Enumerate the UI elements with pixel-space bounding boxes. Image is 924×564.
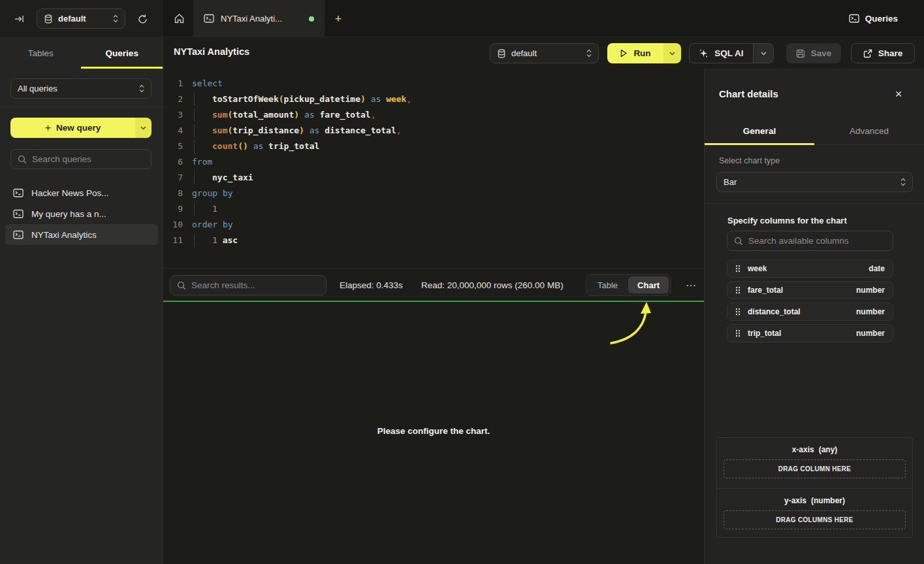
sql-ai-dropdown-button[interactable]	[753, 44, 773, 63]
line-code: order by	[192, 217, 233, 233]
editor-line[interactable]: 6 from	[163, 154, 704, 170]
chevron-updown-icon	[139, 84, 144, 93]
database-selector[interactable]: default	[37, 8, 125, 29]
play-icon	[620, 49, 628, 58]
tab-general[interactable]: General	[705, 118, 814, 144]
results-bar: Elapsed: 0.433s Read: 20,000,000 rows (2…	[163, 268, 704, 301]
chevron-updown-icon	[900, 178, 906, 186]
sql-ai-button[interactable]: SQL AI	[689, 43, 774, 63]
line-code: group by	[192, 186, 233, 201]
line-number: 3	[163, 107, 183, 123]
editor-line[interactable]: 11 1 asc	[163, 233, 704, 248]
tab-queries[interactable]: Queries	[82, 37, 163, 69]
editor-line[interactable]: 4 sum(trip_distance) as distance_total,	[163, 123, 704, 139]
search-queries-input[interactable]	[32, 154, 144, 164]
run-dropdown-button[interactable]	[663, 43, 681, 63]
collapse-sidebar-icon[interactable]	[13, 13, 25, 25]
sidebar: Tables Queries All queries + New query H…	[0, 37, 163, 564]
column-row[interactable]: distance_totalnumber	[727, 303, 893, 321]
y-axis-constraint: (number)	[811, 496, 845, 505]
chart-type-label: Select chart type	[719, 156, 780, 165]
x-axis-drop-zone[interactable]: DRAG COLUMN HERE	[724, 459, 906, 478]
share-label: Share	[878, 48, 903, 58]
run-button-main[interactable]: Run	[607, 43, 663, 63]
line-code: sum(trip_distance) as distance_total,	[192, 123, 402, 139]
home-tab-button[interactable]	[165, 0, 193, 37]
top-bar: default NYTaxi Analyti... + Queries	[0, 0, 924, 37]
sql-ai-main[interactable]: SQL AI	[690, 44, 753, 63]
y-axis-title: y-axis(number)	[717, 496, 912, 505]
line-code: 1	[192, 201, 217, 217]
results-more-menu[interactable]: ···	[684, 278, 699, 292]
column-row[interactable]: weekdate	[727, 259, 893, 278]
query-title: NYTaxi Analytics	[174, 46, 249, 57]
tab-advanced[interactable]: Advanced	[814, 118, 924, 144]
editor-line[interactable]: 2 toStartOfWeek(pickup_datetime) as week…	[163, 91, 704, 107]
editor-line[interactable]: 7 nyc_taxi	[163, 170, 704, 186]
view-toggle-chart[interactable]: Chart	[628, 276, 669, 293]
close-icon[interactable]: ×	[891, 87, 906, 101]
saved-query-item[interactable]: Hacker News Pos...	[5, 182, 158, 203]
new-tab-button[interactable]: +	[330, 10, 347, 27]
new-query-button[interactable]: + New query	[10, 118, 151, 138]
queries-shortcut-label: Queries	[865, 14, 898, 24]
chart-placeholder-text: Please configure the chart.	[163, 426, 704, 436]
line-number: 5	[163, 139, 183, 154]
search-columns-input[interactable]	[748, 236, 886, 246]
queries-terminal-icon	[849, 14, 859, 24]
saved-query-item[interactable]: NYTaxi Analytics	[5, 224, 158, 245]
editor-line[interactable]: 3 sum(total_amount) as fare_total,	[163, 107, 704, 123]
new-query-main[interactable]: + New query	[10, 118, 135, 138]
line-number: 4	[163, 123, 183, 139]
line-code: 1 asc	[192, 233, 238, 248]
view-toggle-table[interactable]: Table	[588, 276, 627, 293]
chevron-down-icon	[669, 52, 675, 56]
query-terminal-icon	[13, 188, 24, 198]
saved-query-item[interactable]: My query has a n...	[5, 203, 158, 224]
sql-ai-label: SQL AI	[714, 48, 743, 58]
x-axis-label: x-axis	[792, 445, 814, 454]
database-icon	[44, 14, 53, 24]
y-axis-drop-zone[interactable]: DRAG COLUMNS HERE	[724, 510, 906, 529]
chart-area: Please configure the chart.	[163, 302, 704, 564]
query-terminal-icon	[13, 209, 24, 219]
query-filter-select[interactable]: All queries	[10, 78, 151, 99]
editor-line[interactable]: 8 group by	[163, 186, 704, 201]
chart-type-value: Bar	[724, 177, 895, 187]
run-button[interactable]: Run	[607, 43, 681, 63]
chart-type-select[interactable]: Bar	[716, 172, 913, 192]
line-number: 10	[163, 217, 183, 233]
panel-divider	[705, 203, 924, 204]
new-query-dropdown-button[interactable]	[135, 118, 151, 138]
plus-icon: +	[45, 122, 51, 134]
toolbar-database-value: default	[511, 48, 581, 58]
chevron-updown-icon	[113, 14, 118, 23]
saved-query-label: My query has a n...	[31, 209, 106, 219]
editor-line[interactable]: 5 count() as trip_total	[163, 139, 704, 154]
refresh-icon[interactable]	[135, 12, 150, 26]
saved-query-label: NYTaxi Analytics	[31, 230, 97, 240]
editor-line[interactable]: 9 1	[163, 201, 704, 217]
sql-console-window: default NYTaxi Analyti... + Queries Tabl…	[0, 0, 924, 564]
sql-editor[interactable]: 1 select 2 toStartOfWeek(pickup_datetime…	[163, 69, 704, 268]
tab-title: NYTaxi Analyti...	[221, 14, 302, 24]
queries-shortcut[interactable]: Queries	[849, 0, 898, 37]
share-button[interactable]: Share	[851, 43, 915, 63]
read-stat: Read: 20,000,000 rows (260.00 MB)	[421, 269, 564, 301]
chevron-updown-icon	[586, 49, 592, 58]
query-terminal-icon	[204, 14, 214, 24]
editor-line[interactable]: 10 order by	[163, 217, 704, 233]
column-row[interactable]: trip_totalnumber	[727, 324, 893, 342]
column-row[interactable]: fare_totalnumber	[727, 281, 893, 299]
tab-tables[interactable]: Tables	[0, 37, 82, 69]
query-list: Hacker News Pos...My query has a n...NYT…	[5, 182, 158, 245]
search-icon	[177, 281, 186, 290]
tab-nytaxi-analytics[interactable]: NYTaxi Analyti...	[193, 0, 325, 37]
line-code: sum(total_amount) as fare_total,	[192, 107, 375, 123]
save-button[interactable]: Save	[786, 43, 841, 63]
database-icon	[497, 49, 506, 58]
toolbar-database-selector[interactable]: default	[490, 43, 599, 63]
search-results-input[interactable]	[191, 280, 319, 290]
annotation-arrow-icon	[599, 297, 671, 349]
editor-line[interactable]: 1 select	[163, 76, 704, 91]
